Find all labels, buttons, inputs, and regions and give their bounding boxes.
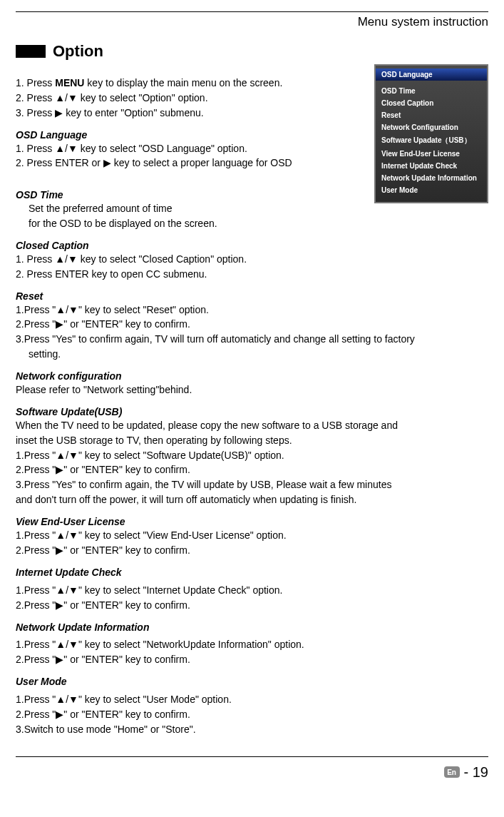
header-rule <box>16 11 488 12</box>
reset-l1: 1.Press "▲/▼" key to select "Reset" opti… <box>16 303 488 317</box>
software-update-l2: inset the USB storage to TV, then operat… <box>16 434 488 447</box>
lang-badge: En <box>444 766 460 778</box>
page-number: - 19 <box>464 764 488 781</box>
software-update-l6: and don't turn off the power, it will tu… <box>16 493 488 507</box>
user-mode-l3: 3.Switch to use mode "Home" or "Store". <box>16 723 488 736</box>
reset-l3b: setting. <box>16 347 488 361</box>
closed-caption-heading: Closed Caption <box>16 239 488 253</box>
osd-language-heading: OSD Language <box>16 128 488 142</box>
reset-l2: 2.Press "▶" or "ENTER" key to confirm. <box>16 318 488 331</box>
closed-caption-l2: 2. Press ENTER key to open CC submenu. <box>16 268 488 281</box>
osd-time-l2: for the OSD to be displayed on the scree… <box>16 217 488 230</box>
intro-l1b: MENU <box>55 77 84 88</box>
osd-time-l1: Set the preferred amount of time <box>16 202 488 215</box>
internet-update-l2: 2.Press "▶" or "ENTER" key to confirm. <box>16 599 488 612</box>
internet-update-heading: Internet Update Check <box>16 566 488 579</box>
section-title: Option <box>53 42 103 61</box>
network-update-info-heading: Network Update Information <box>16 621 488 634</box>
view-license-l1: 1.Press "▲/▼" key to select "View End-Us… <box>16 529 488 542</box>
network-update-info-l2: 2.Press "▶" or "ENTER" key to confirm. <box>16 653 488 666</box>
body-content: 1. Press MENU key to display the main me… <box>16 76 488 736</box>
intro-line-3: 3. Press ▶ key to enter "Option" submenu… <box>16 106 488 120</box>
intro-l1c: key to display the main menu on the scre… <box>84 77 282 88</box>
intro-line-2: 2. Press ▲/▼ key to select "Option" opti… <box>16 91 488 105</box>
user-mode-heading: User Mode <box>16 675 488 689</box>
user-mode-l1: 1.Press "▲/▼" key to select "User Mode" … <box>16 693 488 706</box>
software-update-heading: Software Update(USB) <box>16 405 488 419</box>
section-title-row: Option <box>16 42 488 61</box>
osd-time-heading: OSD Time <box>16 188 488 202</box>
intro-l1a: 1. Press <box>16 77 55 88</box>
network-config-l1: Please refer to "Network setting"behind. <box>16 383 488 397</box>
software-update-l1: When the TV need to be updated, please c… <box>16 419 488 432</box>
network-update-info-l1: 1.Press "▲/▼" key to select "NetworkUpda… <box>16 638 488 651</box>
osd-language-l1: 1. Press ▲/▼ key to select "OSD Language… <box>16 142 488 156</box>
internet-update-l1: 1.Press "▲/▼" key to select "Internet Up… <box>16 584 488 597</box>
software-update-l5: 3.Press "Yes" to confirm again, the TV w… <box>16 478 488 492</box>
page-header: Menu system instruction <box>16 15 488 29</box>
reset-heading: Reset <box>16 290 488 303</box>
osd-language-l2: 2. Press ENTER or ▶ key to select a prop… <box>16 156 488 170</box>
network-config-heading: Network configuration <box>16 370 488 383</box>
software-update-l4: 2.Press "▶" or "ENTER" key to confirm. <box>16 463 488 477</box>
section-title-bar <box>16 45 46 58</box>
user-mode-l2: 2.Press "▶" or "ENTER" key to confirm. <box>16 708 488 721</box>
software-update-l3: 1.Press "▲/▼" key to select "Software Up… <box>16 449 488 462</box>
view-license-l2: 2.Press "▶" or "ENTER" key to confirm. <box>16 544 488 557</box>
page-footer: En - 19 <box>16 756 488 781</box>
view-license-heading: View End-User License <box>16 515 488 529</box>
intro-line-1: 1. Press MENU key to display the main me… <box>16 76 488 90</box>
closed-caption-l1: 1. Press ▲/▼ key to select "Closed Capti… <box>16 253 488 266</box>
reset-l3a: 3.Press "Yes" to confirm again, TV will … <box>16 333 488 346</box>
